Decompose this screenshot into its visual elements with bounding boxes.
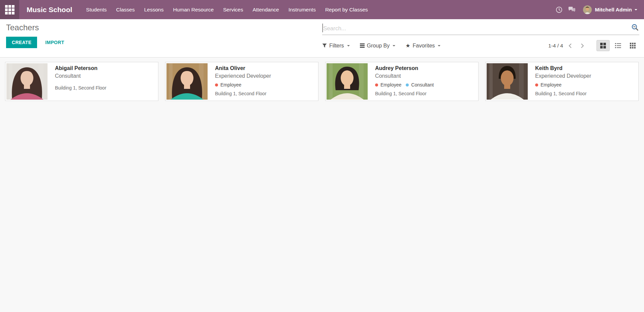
teacher-photo (6, 63, 48, 100)
menu-item-classes[interactable]: Classes (112, 0, 140, 19)
apps-menu-button[interactable] (0, 0, 19, 19)
filters-dropdown[interactable]: Filters (322, 43, 350, 49)
group-by-label: Group By (367, 43, 390, 49)
filters-label: Filters (329, 43, 344, 49)
pager: 1-4 / 4 (548, 41, 587, 51)
menu-item-services[interactable]: Services (218, 0, 248, 19)
pager-range: 1-4 / 4 (548, 43, 563, 49)
favorites-dropdown[interactable]: ★ Favorites (405, 43, 440, 49)
pager-previous-button[interactable] (565, 41, 575, 51)
activities-clock-icon[interactable] (553, 0, 565, 19)
teacher-name[interactable]: Anita Oliver (215, 65, 271, 71)
tag-employee: Employee (215, 82, 241, 88)
teacher-job-title: Experienced Developer (215, 73, 271, 79)
menu-item-instruments[interactable]: Instruments (284, 0, 320, 19)
apps-grid-icon (5, 5, 14, 14)
list-view-button[interactable] (611, 40, 624, 51)
teachers-kanban-view: Abigail Peterson Consultant Building 1, … (0, 58, 644, 312)
tag-dot-icon (406, 83, 409, 86)
menu-item-students[interactable]: Students (81, 0, 111, 19)
teacher-name[interactable]: Audrey Peterson (375, 65, 438, 71)
teacher-photo (327, 63, 368, 100)
create-button[interactable]: CREATE (6, 37, 37, 48)
navbar-systray: Mitchell Admin (553, 0, 644, 19)
tag-dot-icon (375, 83, 378, 86)
menu-item-attendance[interactable]: Attendance (248, 0, 283, 19)
top-navbar: Music School StudentsClassesLessonsHuman… (0, 0, 644, 19)
teacher-card[interactable]: Abigail Peterson Consultant Building 1, … (5, 62, 158, 101)
pager-next-button[interactable] (577, 41, 587, 51)
tag-consultant: Consultant (406, 82, 434, 88)
teacher-card[interactable]: Audrey Peterson Consultant EmployeeConsu… (325, 62, 479, 101)
teacher-card[interactable]: Keith Byrd Experienced Developer Employe… (485, 62, 639, 101)
app-title[interactable]: Music School (19, 6, 81, 14)
teacher-photo (166, 63, 208, 100)
favorites-star-icon: ★ (405, 43, 410, 48)
user-menu-caret-icon (635, 9, 637, 12)
page-title: Teachers (6, 23, 64, 32)
tag-dot-icon (215, 83, 218, 86)
user-menu[interactable]: Mitchell Admin (595, 7, 632, 13)
user-avatar[interactable] (583, 5, 592, 14)
kanban-view-button[interactable] (596, 40, 610, 51)
text-caret (323, 24, 323, 32)
grid-view-icon (630, 43, 636, 48)
teacher-job-title: Consultant (375, 73, 438, 79)
teacher-job-title: Consultant (55, 73, 106, 79)
search-input[interactable] (322, 19, 639, 35)
teacher-photo (487, 63, 528, 100)
menu-item-human-resource[interactable]: Human Resource (168, 0, 218, 19)
menu-item-lessons[interactable]: Lessons (140, 0, 168, 19)
favorites-caret-icon (438, 45, 440, 48)
control-panel: Teachers CREATE IMPORT Filters (0, 19, 644, 58)
teacher-work-location: Building 1, Second Floor (535, 91, 591, 96)
import-button[interactable]: IMPORT (45, 40, 64, 45)
tag-dot-icon (535, 83, 538, 86)
teacher-card[interactable]: Anita Oliver Experienced Developer Emplo… (165, 62, 318, 101)
group-by-caret-icon (393, 45, 395, 48)
main-menu: StudentsClassesLessonsHuman ResourceServ… (81, 0, 372, 19)
search-bar (322, 19, 639, 35)
filter-funnel-icon (322, 43, 327, 48)
filters-caret-icon (347, 45, 350, 48)
favorites-label: Favorites (413, 43, 435, 49)
grid-view-button[interactable] (626, 40, 639, 51)
teacher-name[interactable]: Abigail Peterson (55, 65, 106, 71)
teacher-job-title: Experienced Developer (535, 73, 591, 79)
teacher-tags: Employee (535, 82, 591, 88)
teacher-work-location: Building 1, Second Floor (55, 85, 106, 91)
teacher-work-location: Building 1, Second Floor (375, 91, 438, 96)
view-switcher (595, 40, 639, 51)
tag-employee: Employee (535, 82, 561, 88)
teacher-name[interactable]: Keith Byrd (535, 65, 591, 71)
group-by-dropdown[interactable]: Group By (360, 43, 396, 49)
tag-employee: Employee (375, 82, 401, 88)
teacher-tags: EmployeeConsultant (375, 82, 438, 88)
list-view-icon (615, 43, 621, 48)
messages-chat-icon[interactable] (565, 0, 578, 19)
menu-item-report-by-classes[interactable]: Report by Classes (320, 0, 373, 19)
kanban-view-icon (600, 43, 606, 48)
group-by-bars-icon (360, 43, 365, 48)
search-magnifier-icon[interactable] (631, 24, 639, 32)
teacher-tags: Employee (215, 82, 271, 88)
teacher-work-location: Building 1, Second Floor (215, 91, 271, 96)
